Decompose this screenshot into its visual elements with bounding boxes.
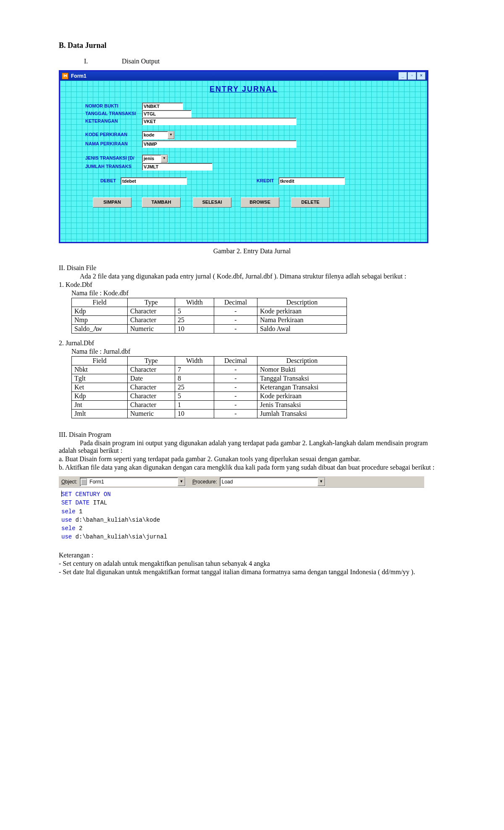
form-icon	[80, 478, 87, 485]
code-body[interactable]: SET CENTURY ON SET DATE ITAL sele 1 use …	[59, 487, 424, 544]
kode-dbf-table: Field Type Width Decimal Description Kdp…	[71, 298, 347, 334]
subheading-1: I. Disain Output	[59, 58, 445, 65]
chevron-down-icon[interactable]: ▼	[161, 155, 168, 163]
kredit-field[interactable]: tkredit	[278, 177, 345, 185]
cell-width: 10	[175, 325, 214, 334]
figure-caption: Gambar 2. Entry Data Jurnal	[59, 247, 445, 255]
table-row: JntCharacter1-Jenis Transaksi	[72, 401, 347, 410]
chevron-down-icon[interactable]: ▼	[178, 478, 185, 486]
fox-icon: ⋈	[62, 73, 68, 79]
form-body: ENTRY JURNAL NOMOR BUKTI TANGGAL TRANSAK…	[60, 81, 427, 242]
selesai-button[interactable]: SELESAI	[193, 197, 231, 208]
table-row: Saldo_AwNumeric10-Saldo Awal	[72, 325, 347, 334]
debet-field[interactable]: tdebet	[121, 177, 187, 185]
table-row: KdpCharacter5-Kode perkiraan	[72, 307, 347, 316]
table-row: JmltNumeric10-Jumlah Transaksi	[72, 410, 347, 418]
tanggal-field[interactable]: VTGL	[142, 110, 192, 118]
table-header-row: Field Type Width Decimal Description	[72, 298, 347, 307]
cell-description: Tanggal Transaksi	[257, 374, 347, 383]
maximize-button[interactable]: ▫	[408, 72, 416, 80]
cell-field: Jnt	[72, 401, 128, 410]
subheading-1-text: Disain Output	[122, 58, 445, 65]
label-nama-perkiraan: NAMA PERKIRAAN	[85, 141, 128, 146]
tambah-button[interactable]: TAMBAH	[142, 197, 181, 208]
label-jumlah-transaksi: JUMLAH TRANSAKS	[85, 164, 131, 169]
cell-type: Character	[128, 365, 175, 374]
object-label: Object:	[61, 479, 77, 485]
subheading-3: III. Disain Program	[59, 431, 445, 439]
cell-field: Kdp	[72, 307, 128, 316]
kode-dbf-filename: Nama file : Kode.dbf	[59, 289, 445, 297]
procedure-combo[interactable]: Load ▼	[220, 477, 326, 486]
label-tanggal-transaksi: TANGGAL TRANSAKSI	[85, 111, 136, 116]
cell-field: Saldo_Aw	[72, 325, 128, 334]
cell-field: Nmp	[72, 316, 128, 325]
cell-field: Nbkt	[72, 365, 128, 374]
kode-perkiraan-combo[interactable]: kode ▼	[142, 131, 175, 139]
browse-button[interactable]: BROWSE	[241, 197, 279, 208]
cell-type: Character	[128, 307, 175, 316]
cell-width: 1	[175, 401, 214, 410]
keterangan-heading: Keterangan :	[59, 552, 445, 559]
cell-type: Numeric	[128, 410, 175, 418]
cell-field: Jmlt	[72, 410, 128, 418]
cell-decimal: -	[214, 316, 257, 325]
jurnal-dbf-title: 2. Jurnal.Dbf	[59, 339, 445, 347]
table-row: KetCharacter25-Keterangan Transaksi	[72, 383, 347, 392]
cell-field: Tglt	[72, 374, 128, 383]
object-combo[interactable]: Form1 ▼	[80, 477, 186, 486]
close-button[interactable]: ×	[417, 72, 425, 80]
cell-description: Kode perkiraan	[257, 307, 347, 316]
cell-decimal: -	[214, 374, 257, 383]
disain-file-paragraph: Ada 2 file data yang digunakan pada entr…	[59, 273, 445, 280]
th-decimal: Decimal	[214, 357, 257, 365]
label-debet: DEBET	[100, 178, 116, 183]
subheading-1-num: I.	[84, 58, 97, 65]
jenis-transaksi-combo[interactable]: jenis ▼	[142, 155, 168, 163]
keterangan-item-1: - Set century on adalah untuk mengaktifk…	[59, 560, 445, 567]
cell-type: Character	[128, 316, 175, 325]
chevron-down-icon[interactable]: ▼	[168, 131, 174, 139]
label-jenis-transaksi: JENIS TRANSAKSI [D/	[85, 155, 134, 160]
th-field: Field	[72, 357, 128, 365]
procedure-label: Procedure:	[192, 479, 217, 485]
cell-decimal: -	[214, 392, 257, 401]
cell-decimal: -	[214, 307, 257, 316]
form-window: ⋈ Form1 _ ▫ × ENTRY JURNAL NOMOR BUKTI T…	[59, 70, 428, 243]
chevron-down-icon[interactable]: ▼	[318, 478, 325, 486]
cell-description: Keterangan Transaksi	[257, 383, 347, 392]
step-a: a. Buat Disain form seperti yang terdapa…	[59, 455, 445, 463]
nama-perkiraan-field[interactable]: VNMP	[142, 140, 297, 148]
nomor-bukti-field[interactable]: VNBKT	[142, 102, 183, 110]
code-editor: Object: Form1 ▼ Procedure: Load ▼ SET CE…	[59, 476, 424, 544]
keterangan-field[interactable]: VKET	[142, 118, 297, 125]
keterangan-item-2: - Set date Ital digunakan untuk mengakti…	[59, 568, 445, 576]
table-row: NmpCharacter25-Nama Perkiraan	[72, 316, 347, 325]
minimize-button[interactable]: _	[399, 72, 407, 80]
table-row: NbktCharacter7-Nomor Bukti	[72, 365, 347, 374]
jumlah-transaksi-field[interactable]: VJMLT	[142, 163, 213, 171]
cell-type: Character	[128, 401, 175, 410]
cell-decimal: -	[214, 383, 257, 392]
disain-program-paragraph: Pada disain program ini output yang digu…	[59, 439, 445, 454]
cell-description: Nama Perkiraan	[257, 316, 347, 325]
cell-decimal: -	[214, 410, 257, 418]
th-type: Type	[128, 357, 175, 365]
jurnal-dbf-filename: Nama file : Jurnal.dbf	[59, 348, 445, 355]
simpan-button[interactable]: SIMPAN	[93, 197, 131, 208]
cell-width: 5	[175, 392, 214, 401]
cell-type: Numeric	[128, 325, 175, 334]
cell-width: 8	[175, 374, 214, 383]
cell-decimal: -	[214, 365, 257, 374]
section-heading: B. Data Jurnal	[59, 41, 445, 50]
code-editor-toolbar: Object: Form1 ▼ Procedure: Load ▼	[59, 476, 424, 487]
window-title: Form1	[71, 73, 398, 79]
th-field: Field	[72, 298, 128, 307]
delete-button[interactable]: DELETE	[291, 197, 330, 208]
kode-dbf-title: 1. Kode.Dbf	[59, 281, 445, 289]
cell-type: Date	[128, 374, 175, 383]
th-type: Type	[128, 298, 175, 307]
label-nomor-bukti: NOMOR BUKTI	[85, 103, 118, 108]
subheading-2: II. Disain File	[59, 264, 445, 272]
cell-width: 25	[175, 383, 214, 392]
